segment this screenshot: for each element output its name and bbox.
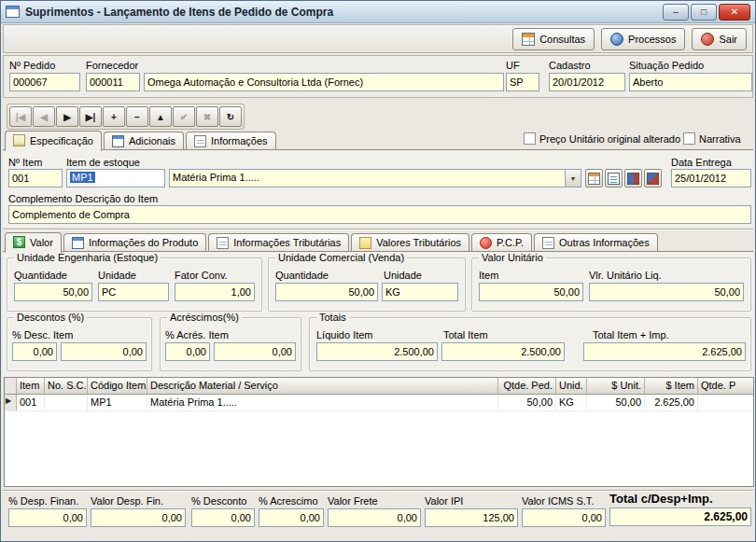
eng-quantidade-input[interactable] — [14, 283, 92, 301]
nav-add-button[interactable]: + — [103, 106, 125, 127]
item-report-button[interactable] — [644, 169, 662, 188]
desp-finan-input[interactable] — [8, 508, 87, 527]
com-unidade-input[interactable] — [382, 283, 458, 301]
item-estoque-code-input[interactable]: MP1 — [66, 169, 165, 188]
situacao-input[interactable] — [629, 73, 752, 91]
list-icon — [608, 173, 620, 185]
exit-icon — [701, 33, 714, 46]
outras-informacoes-icon — [542, 237, 554, 249]
nav-last-button[interactable]: ▶| — [79, 106, 102, 127]
valor-item-input[interactable] — [479, 283, 583, 301]
col-unit[interactable]: $ Unit. — [587, 378, 645, 395]
pedido-label: Nº Pedido — [9, 60, 55, 71]
narrativa-checkbox[interactable] — [683, 132, 695, 145]
tab-informacoes-produto[interactable]: Informações do Produto — [63, 233, 206, 251]
tab-informacoes-tributarias-label: Informações Tributárias — [233, 237, 341, 248]
acrescimos-title: Acréscimos(%) — [167, 312, 242, 323]
col-qtde-p[interactable]: Qtde. P — [698, 378, 753, 395]
acres-item-label: % Acrés. Item — [165, 329, 229, 340]
cadastro-input[interactable] — [549, 73, 625, 91]
chevron-down-icon[interactable]: ▼ — [565, 170, 581, 187]
tab-valores-tributarios[interactable]: Valores Tributários — [351, 233, 469, 251]
nav-next-button[interactable]: ▶ — [56, 106, 78, 127]
desconto-label: % Desconto — [191, 495, 255, 507]
col-no-sc[interactable]: No. S.C. — [45, 378, 88, 395]
total-item-imp-input[interactable] — [583, 342, 746, 361]
valores-tributarios-icon — [359, 237, 371, 249]
maximize-button[interactable]: □ — [691, 4, 717, 21]
fator-conv-input[interactable] — [175, 283, 255, 301]
valor-ipi-input[interactable] — [425, 508, 518, 527]
desc-perc-input[interactable] — [12, 342, 57, 361]
tab-informacoes[interactable]: Informações — [186, 132, 276, 149]
col-descricao[interactable]: Descrição Material / Serviço — [147, 378, 498, 395]
total-item-label: Total Item — [443, 329, 488, 340]
data-entrega-input[interactable] — [671, 169, 751, 188]
acres-valor-input[interactable] — [214, 342, 296, 361]
sair-button[interactable]: Sair — [692, 28, 747, 50]
col-unid[interactable]: Unid. — [556, 378, 587, 395]
tab-especificacao-label: Especificação — [30, 135, 93, 146]
acrescimo-input[interactable] — [259, 508, 324, 527]
eng-unidade-input[interactable] — [98, 283, 169, 301]
col-qtde-ped[interactable]: Qtde. Ped. — [498, 378, 556, 395]
valor-desp-fin-input[interactable] — [91, 508, 186, 527]
close-button[interactable]: ✕ — [719, 4, 750, 21]
pedido-input[interactable] — [9, 73, 80, 91]
total-geral-input[interactable] — [609, 507, 751, 526]
tab-informacoes-produto-label: Informações do Produto — [89, 237, 198, 248]
nav-edit-button[interactable]: ▲ — [149, 106, 172, 127]
data-entrega-label: Data Entrega — [671, 157, 732, 168]
tab-adicionais[interactable]: Adicionais — [104, 132, 184, 149]
com-quantidade-input[interactable] — [275, 283, 378, 301]
cell-unid: KG — [556, 395, 587, 411]
tab-valor[interactable]: Valor — [5, 232, 62, 253]
desconto-input[interactable] — [191, 508, 255, 527]
item-list-button[interactable] — [605, 169, 623, 188]
col-valor-item[interactable]: $ Item — [645, 378, 698, 395]
com-quantidade-label: Quantidade — [275, 270, 329, 281]
detail-tabstrip: Valor Informações do Produto Informações… — [5, 231, 660, 251]
acres-perc-input[interactable] — [165, 342, 210, 361]
uf-input[interactable] — [506, 73, 539, 91]
vlr-unitario-liq-input[interactable] — [589, 283, 744, 301]
item-estoque-combo[interactable]: Matéria Prima 1..... ▼ — [169, 169, 581, 188]
tab-valor-label: Valor — [30, 237, 53, 248]
processos-button[interactable]: Processos — [601, 28, 685, 50]
liquido-item-input[interactable] — [316, 342, 438, 361]
valor-icms-st-input[interactable] — [522, 508, 606, 527]
cell-qtde-ped: 50,00 — [498, 395, 556, 411]
especificacao-icon — [13, 134, 25, 146]
valor-frete-input[interactable] — [328, 508, 421, 527]
nav-cancel-button: ✖ — [196, 106, 218, 127]
col-item[interactable]: Item — [17, 378, 45, 395]
tab-outras-informacoes[interactable]: Outras Informações — [534, 233, 658, 251]
num-item-input[interactable] — [8, 169, 63, 188]
order-header-panel: Nº Pedido Fornecedor UF Cadastro Situaçã… — [3, 55, 753, 98]
complemento-input[interactable] — [8, 205, 751, 224]
col-codigo-item[interactable]: Código Item — [88, 378, 147, 395]
item-book-button[interactable] — [624, 169, 642, 188]
tab-pcp[interactable]: P.C.P. — [471, 233, 532, 251]
nav-first-button: |◀ — [9, 106, 32, 127]
nav-delete-button[interactable]: − — [126, 106, 148, 127]
tab-especificacao[interactable]: Especificação — [5, 131, 102, 151]
tab-valores-tributarios-label: Valores Tributários — [376, 237, 461, 248]
minimize-button[interactable]: – — [663, 4, 689, 21]
table-row[interactable]: ▶ 001 MP1 Matéria Prima 1..... 50,00 KG … — [5, 395, 753, 411]
total-item-input[interactable] — [441, 342, 565, 361]
book-icon — [627, 173, 639, 185]
cell-codigo-item: MP1 — [88, 395, 147, 411]
fator-conv-label: Fator Conv. — [175, 270, 228, 281]
info-tributarias-icon — [217, 237, 229, 249]
item-table-button[interactable] — [585, 169, 603, 188]
nav-refresh-button[interactable]: ↻ — [219, 106, 242, 127]
desc-valor-input[interactable] — [61, 342, 147, 361]
totais-title: Totais — [316, 312, 349, 323]
tab-informacoes-tributarias[interactable]: Informações Tributárias — [208, 233, 349, 251]
preco-alterado-checkbox[interactable] — [524, 132, 536, 145]
fornecedor-name-input[interactable] — [144, 73, 504, 91]
app-window: Suprimentos - Lançamento de Itens de Ped… — [0, 0, 756, 542]
consultas-button[interactable]: Consultas — [512, 28, 595, 50]
fornecedor-code-input[interactable] — [86, 73, 140, 91]
